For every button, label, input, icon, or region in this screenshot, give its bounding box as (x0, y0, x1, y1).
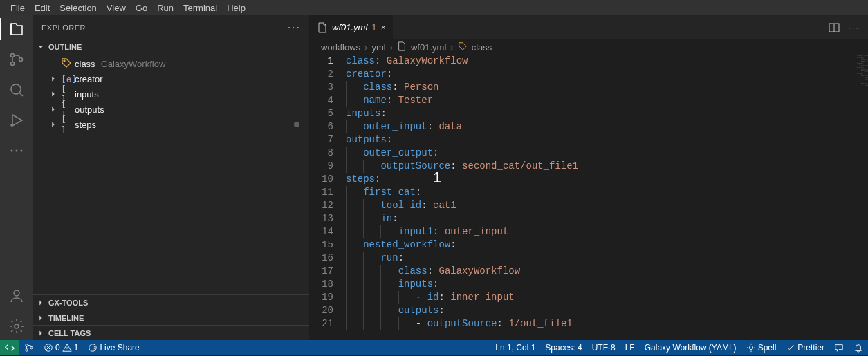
menu-run[interactable]: Run (152, 3, 178, 13)
vcs-branch-button[interactable] (19, 340, 39, 355)
svg-point-13 (26, 349, 28, 352)
outline-item-inputs[interactable]: [ ]inputs (33, 86, 309, 102)
svg-point-2 (19, 58, 23, 62)
breadcrumb-workflows[interactable]: workflows (321, 42, 360, 53)
tab-wf01[interactable]: wf01.yml 1 × (310, 15, 394, 39)
account-icon[interactable] (8, 288, 25, 304)
svg-point-7 (21, 150, 23, 152)
more-icon[interactable] (8, 142, 25, 159)
breadcrumb[interactable]: workflows›yml›wf01.yml›class (310, 39, 868, 55)
encoding-button[interactable]: UTF-8 (587, 340, 620, 355)
section-gx-tools[interactable]: GX-TOOLS (33, 294, 309, 310)
split-editor-icon[interactable] (829, 22, 840, 33)
chevron-right-icon (36, 328, 46, 338)
svg-point-5 (11, 150, 13, 152)
chevron-right-icon (48, 74, 58, 84)
svg-point-17 (749, 346, 752, 349)
chevron-right-icon (48, 104, 58, 114)
breadcrumb-class[interactable]: class (472, 42, 492, 53)
svg-point-8 (14, 290, 19, 296)
tag-icon (458, 41, 468, 51)
svg-point-9 (15, 324, 19, 328)
outline-item-creator[interactable]: [ɵ]creator (33, 71, 309, 86)
svg-point-10 (64, 60, 65, 62)
menu-edit[interactable]: Edit (30, 3, 55, 13)
eol-button[interactable]: LF (620, 340, 640, 355)
outline-item-outputs[interactable]: [ ]outputs (33, 102, 309, 117)
editor-area: wf01.yml 1 × ··· workflows›yml›wf01.yml›… (310, 15, 868, 340)
menu-selection[interactable]: Selection (55, 3, 101, 13)
chevron-right-icon (36, 298, 46, 308)
brackets-icon: [ɵ] (61, 74, 72, 84)
menu-go[interactable]: Go (131, 3, 152, 13)
menu-terminal[interactable]: Terminal (178, 3, 222, 13)
outline-header[interactable]: OUTLINE (33, 39, 309, 55)
section-cell tags[interactable]: CELL TAGS (33, 325, 309, 340)
language-mode-button[interactable]: Galaxy Workflow (YAML) (640, 340, 741, 355)
svg-point-12 (26, 344, 28, 347)
feedback-icon[interactable] (829, 340, 849, 355)
svg-point-6 (16, 150, 18, 152)
svg-point-4 (11, 124, 12, 126)
menubar: FileEditSelectionViewGoRunTerminalHelp (0, 0, 868, 15)
breadcrumb-wf01.yml[interactable]: wf01.yml (411, 42, 446, 53)
spell-button[interactable]: Spell (741, 340, 782, 355)
outline-item-class[interactable]: classGalaxyWorkflow (33, 56, 309, 71)
sidebar-more-icon[interactable]: ··· (288, 21, 301, 34)
source-control-icon[interactable] (8, 51, 25, 68)
file-icon (397, 41, 407, 51)
svg-point-1 (11, 62, 15, 66)
indentation-button[interactable]: Spaces: 4 (540, 340, 587, 355)
editor-more-icon[interactable]: ··· (848, 22, 860, 32)
outline-item-steps[interactable]: [ ]steps (33, 117, 309, 132)
minimap[interactable]: class: GalaxyWorkflow creator: class: Pe… (806, 55, 868, 340)
remote-button[interactable] (0, 340, 19, 355)
svg-point-3 (11, 84, 21, 94)
chevron-right-icon (48, 120, 58, 129)
settings-icon[interactable] (8, 318, 25, 335)
problems-button[interactable]: 0 1 (39, 340, 83, 355)
activity-bar (0, 15, 33, 340)
file-icon (317, 22, 328, 33)
breadcrumb-yml[interactable]: yml (371, 42, 385, 53)
tag-icon (61, 57, 72, 71)
chevron-down-icon (36, 42, 46, 52)
chevron-right-icon (36, 313, 46, 323)
chevron-right-icon (48, 89, 58, 99)
close-icon[interactable]: × (381, 22, 387, 32)
status-bar: 0 1 Live Share Ln 1, Col 1 Spaces: 4 UTF… (0, 340, 868, 355)
modified-dot-icon (294, 122, 299, 127)
menu-help[interactable]: Help (222, 3, 250, 13)
search-icon[interactable] (8, 82, 25, 98)
prettier-button[interactable]: Prettier (781, 340, 829, 355)
tab-bar: wf01.yml 1 × ··· (310, 15, 868, 39)
menu-file[interactable]: File (6, 3, 30, 13)
outline-tree: classGalaxyWorkflow[ɵ]creator[ ]inputs[ … (33, 55, 309, 294)
liveshare-button[interactable]: Live Share (83, 340, 144, 355)
svg-point-0 (11, 54, 15, 57)
explorer-sidebar: EXPLORER ··· OUTLINE classGalaxyWorkflow… (33, 15, 310, 340)
code-content[interactable]: class: GalaxyWorkflowcreator: class: Per… (346, 55, 868, 340)
cursor-position[interactable]: Ln 1, Col 1 (490, 340, 540, 355)
line-gutter: 123456789101112131415161718192021 (310, 55, 346, 340)
run-debug-icon[interactable] (8, 112, 25, 129)
array-icon: [ ] (61, 114, 72, 135)
section-timeline[interactable]: TIMELINE (33, 310, 309, 325)
sidebar-title: EXPLORER (41, 24, 86, 32)
explorer-icon[interactable] (8, 21, 25, 37)
menu-view[interactable]: View (102, 3, 131, 13)
bell-icon[interactable] (849, 340, 868, 355)
